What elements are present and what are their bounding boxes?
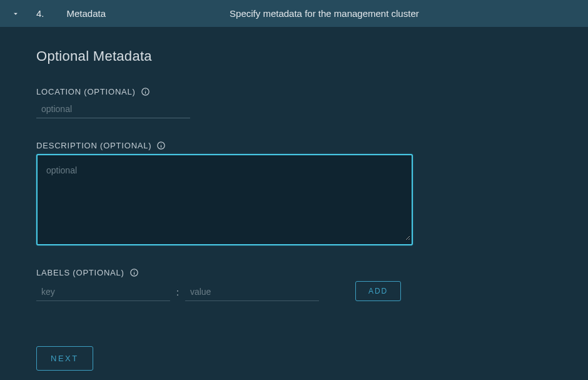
labels-input-row: : ADD <box>36 281 552 301</box>
info-icon[interactable] <box>141 87 150 96</box>
wizard-step-header: 4. Metadata Specify metadata for the man… <box>0 0 588 27</box>
description-textarea-wrapper <box>36 154 413 245</box>
step-description: Specify metadata for the management clus… <box>230 8 419 19</box>
svg-point-2 <box>145 90 146 90</box>
labels-field-group: LABELS (OPTIONAL) : ADD <box>36 268 552 301</box>
label-value-input[interactable] <box>185 283 319 301</box>
add-label-button[interactable]: ADD <box>355 281 401 301</box>
content-area: Optional Metadata LOCATION (OPTIONAL) DE… <box>0 27 588 380</box>
description-label-row: DESCRIPTION (OPTIONAL) <box>36 141 552 150</box>
step-number: 4. <box>36 8 44 19</box>
info-icon[interactable] <box>129 268 139 277</box>
description-field-group: DESCRIPTION (OPTIONAL) <box>36 141 552 245</box>
location-field-group: LOCATION (OPTIONAL) <box>36 87 552 118</box>
kv-separator: : <box>176 287 179 301</box>
chevron-down-icon[interactable] <box>11 9 20 18</box>
location-input[interactable] <box>36 100 190 118</box>
labels-label: LABELS (OPTIONAL) <box>36 268 124 277</box>
labels-label-row: LABELS (OPTIONAL) <box>36 268 552 277</box>
label-key-input[interactable] <box>36 283 170 301</box>
section-title: Optional Metadata <box>36 48 552 64</box>
next-button[interactable]: NEXT <box>36 346 93 371</box>
location-label-row: LOCATION (OPTIONAL) <box>36 87 552 96</box>
step-name: Metadata <box>67 8 106 19</box>
svg-point-5 <box>161 143 161 144</box>
svg-point-8 <box>134 270 134 271</box>
location-label: LOCATION (OPTIONAL) <box>36 87 136 96</box>
info-icon[interactable] <box>156 141 166 150</box>
description-label: DESCRIPTION (OPTIONAL) <box>36 141 151 150</box>
description-textarea[interactable] <box>39 157 410 240</box>
